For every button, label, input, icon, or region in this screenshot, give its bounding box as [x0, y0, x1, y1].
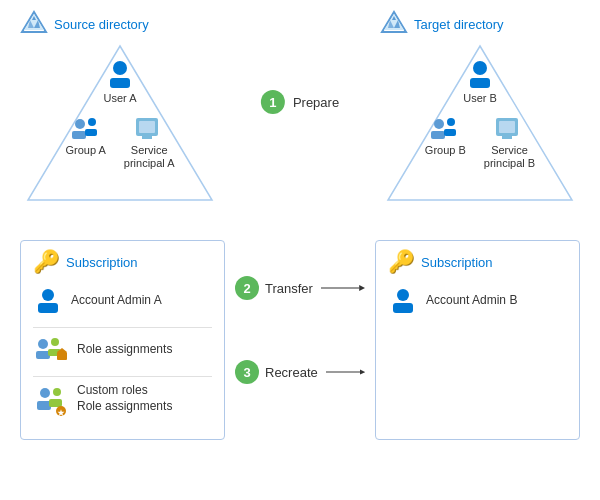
role-assignments-icon: [33, 334, 69, 364]
svg-point-23: [434, 119, 444, 129]
source-subscription: 🔑 Subscription Account Admin A Rol: [20, 240, 225, 440]
svg-marker-45: [359, 285, 365, 291]
target-directory: Target directory User B: [380, 10, 580, 220]
recreate-arrow-svg: [326, 364, 365, 380]
step3-circle: 3: [235, 360, 259, 384]
service-principal-a: Serviceprincipal A: [124, 114, 175, 170]
target-key-icon: 🔑: [388, 249, 415, 275]
svg-rect-14: [142, 136, 152, 139]
target-azure-icon: [380, 10, 408, 38]
group-b: Group B: [425, 114, 466, 170]
account-admin-a-label: Account Admin A: [71, 293, 162, 307]
svg-point-8: [75, 119, 85, 129]
account-admin-a-icon: [33, 285, 63, 315]
group-b-icon: [427, 114, 463, 142]
svg-point-21: [473, 61, 487, 75]
svg-rect-31: [38, 303, 58, 313]
account-admin-a-row: Account Admin A: [33, 285, 212, 315]
svg-rect-29: [502, 136, 512, 139]
user-a-icon: [104, 58, 136, 90]
group-a: Group A: [65, 114, 105, 170]
custom-roles-label: Custom roles: [77, 383, 172, 397]
account-admin-b-row: Account Admin B: [388, 285, 567, 315]
source-key-icon: 🔑: [33, 249, 60, 275]
group-a-label: Group A: [65, 144, 105, 156]
svg-rect-9: [72, 131, 86, 139]
svg-marker-47: [360, 369, 365, 374]
service-b-icon: [494, 114, 524, 142]
svg-point-38: [40, 388, 50, 398]
svg-rect-39: [37, 401, 51, 410]
svg-rect-41: [49, 399, 62, 407]
svg-point-25: [447, 118, 455, 126]
custom-roles-icon: [33, 383, 69, 419]
divider1: [33, 327, 212, 328]
svg-rect-33: [36, 351, 50, 359]
role-assignments-label: Role assignments: [77, 342, 172, 356]
custom-roles-row: Custom roles Role assignments: [33, 383, 212, 419]
source-directory: Source directory User A: [20, 10, 220, 220]
service-a-icon: [134, 114, 164, 142]
role-assignments-row: Role assignments: [33, 334, 212, 364]
account-admin-b-icon: [388, 285, 418, 315]
user-b-icon: [464, 58, 496, 90]
prepare-label: Prepare: [293, 95, 339, 110]
svg-rect-36: [57, 352, 67, 360]
step1-circle: 1: [261, 90, 285, 114]
user-b-label: User B: [463, 92, 497, 104]
service-principal-b: Serviceprincipal B: [484, 114, 535, 170]
step2-circle: 2: [235, 276, 259, 300]
svg-point-34: [51, 338, 59, 346]
source-azure-icon: [20, 10, 48, 38]
account-admin-b-label: Account Admin B: [426, 293, 517, 307]
svg-rect-28: [499, 121, 515, 133]
transfer-arrow-row: 2 Transfer: [235, 276, 365, 300]
user-a-label: User A: [103, 92, 136, 104]
svg-rect-26: [444, 129, 456, 136]
svg-point-6: [113, 61, 127, 75]
recreate-label: Recreate: [265, 365, 318, 380]
svg-point-10: [88, 118, 96, 126]
svg-rect-7: [110, 78, 130, 88]
source-sub-label: Subscription: [66, 255, 138, 270]
group-a-icon: [68, 114, 104, 142]
transfer-label: Transfer: [265, 281, 313, 296]
svg-rect-11: [85, 129, 97, 136]
svg-point-30: [42, 289, 54, 301]
svg-rect-13: [139, 121, 155, 133]
target-dir-label: Target directory: [414, 17, 504, 32]
transfer-arrow-svg: [321, 280, 365, 296]
svg-point-40: [53, 388, 61, 396]
divider2: [33, 376, 212, 377]
user-b: User B: [463, 58, 497, 104]
svg-rect-24: [431, 131, 445, 139]
group-b-label: Group B: [425, 144, 466, 156]
prepare-section: 1 Prepare: [261, 90, 339, 114]
recreate-arrow-row: 3 Recreate: [235, 360, 365, 384]
svg-rect-22: [470, 78, 490, 88]
svg-rect-49: [393, 303, 413, 313]
target-subscription: 🔑 Subscription Account Admin B: [375, 240, 580, 440]
target-sub-label: Subscription: [421, 255, 493, 270]
source-dir-label: Source directory: [54, 17, 149, 32]
user-a: User A: [103, 58, 136, 104]
role-assignments2-label: Role assignments: [77, 399, 172, 413]
service-a-label: Serviceprincipal A: [124, 144, 175, 170]
svg-point-48: [397, 289, 409, 301]
svg-point-32: [38, 339, 48, 349]
service-b-label: Serviceprincipal B: [484, 144, 535, 170]
